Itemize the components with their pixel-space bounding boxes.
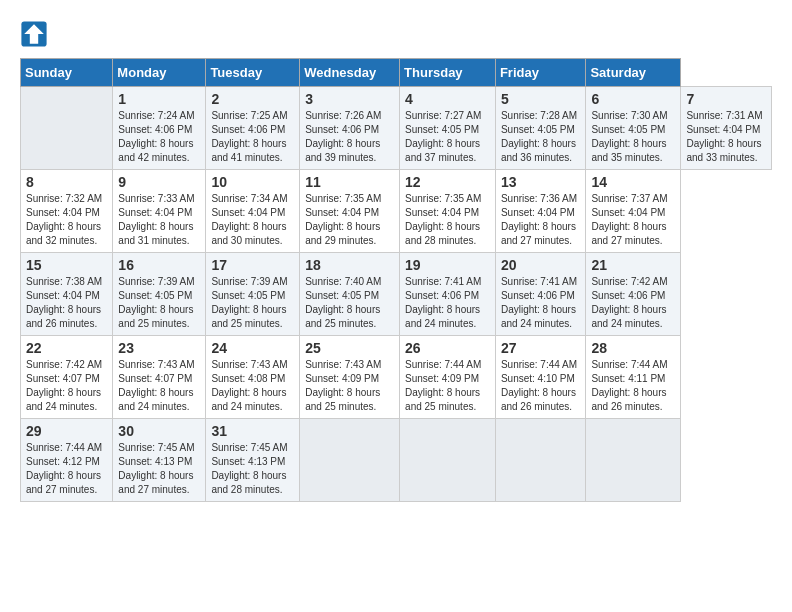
day-info: Sunrise: 7:36 AMSunset: 4:04 PMDaylight:… <box>501 192 581 248</box>
day-info: Sunrise: 7:35 AMSunset: 4:04 PMDaylight:… <box>405 192 490 248</box>
day-number: 22 <box>26 340 107 356</box>
day-number: 9 <box>118 174 200 190</box>
day-info: Sunrise: 7:44 AMSunset: 4:10 PMDaylight:… <box>501 358 581 414</box>
day-info: Sunrise: 7:40 AMSunset: 4:05 PMDaylight:… <box>305 275 394 331</box>
calendar-cell: 3Sunrise: 7:26 AMSunset: 4:06 PMDaylight… <box>300 87 400 170</box>
day-info: Sunrise: 7:34 AMSunset: 4:04 PMDaylight:… <box>211 192 294 248</box>
day-header-wednesday: Wednesday <box>300 59 400 87</box>
calendar-cell: 10Sunrise: 7:34 AMSunset: 4:04 PMDayligh… <box>206 170 300 253</box>
day-number: 27 <box>501 340 581 356</box>
calendar-cell: 9Sunrise: 7:33 AMSunset: 4:04 PMDaylight… <box>113 170 206 253</box>
day-info: Sunrise: 7:44 AMSunset: 4:12 PMDaylight:… <box>26 441 107 497</box>
day-number: 16 <box>118 257 200 273</box>
day-number: 8 <box>26 174 107 190</box>
calendar-cell: 6Sunrise: 7:30 AMSunset: 4:05 PMDaylight… <box>586 87 681 170</box>
calendar-cell: 20Sunrise: 7:41 AMSunset: 4:06 PMDayligh… <box>495 253 586 336</box>
day-info: Sunrise: 7:35 AMSunset: 4:04 PMDaylight:… <box>305 192 394 248</box>
calendar-cell <box>300 419 400 502</box>
day-info: Sunrise: 7:33 AMSunset: 4:04 PMDaylight:… <box>118 192 200 248</box>
calendar-cell <box>400 419 496 502</box>
day-info: Sunrise: 7:43 AMSunset: 4:08 PMDaylight:… <box>211 358 294 414</box>
calendar-cell: 1Sunrise: 7:24 AMSunset: 4:06 PMDaylight… <box>113 87 206 170</box>
day-number: 19 <box>405 257 490 273</box>
calendar-week-4: 22Sunrise: 7:42 AMSunset: 4:07 PMDayligh… <box>21 336 772 419</box>
calendar-cell <box>586 419 681 502</box>
day-header-thursday: Thursday <box>400 59 496 87</box>
day-number: 18 <box>305 257 394 273</box>
calendar-header-row: SundayMondayTuesdayWednesdayThursdayFrid… <box>21 59 772 87</box>
calendar-cell: 31Sunrise: 7:45 AMSunset: 4:13 PMDayligh… <box>206 419 300 502</box>
calendar-cell: 25Sunrise: 7:43 AMSunset: 4:09 PMDayligh… <box>300 336 400 419</box>
day-info: Sunrise: 7:43 AMSunset: 4:09 PMDaylight:… <box>305 358 394 414</box>
calendar-cell: 14Sunrise: 7:37 AMSunset: 4:04 PMDayligh… <box>586 170 681 253</box>
day-number: 4 <box>405 91 490 107</box>
logo <box>20 20 52 48</box>
day-number: 17 <box>211 257 294 273</box>
day-info: Sunrise: 7:43 AMSunset: 4:07 PMDaylight:… <box>118 358 200 414</box>
day-number: 2 <box>211 91 294 107</box>
day-number: 21 <box>591 257 675 273</box>
day-number: 25 <box>305 340 394 356</box>
day-number: 11 <box>305 174 394 190</box>
calendar-cell: 18Sunrise: 7:40 AMSunset: 4:05 PMDayligh… <box>300 253 400 336</box>
day-number: 31 <box>211 423 294 439</box>
calendar-cell: 29Sunrise: 7:44 AMSunset: 4:12 PMDayligh… <box>21 419 113 502</box>
day-number: 23 <box>118 340 200 356</box>
calendar-cell: 2Sunrise: 7:25 AMSunset: 4:06 PMDaylight… <box>206 87 300 170</box>
calendar-cell: 16Sunrise: 7:39 AMSunset: 4:05 PMDayligh… <box>113 253 206 336</box>
day-info: Sunrise: 7:39 AMSunset: 4:05 PMDaylight:… <box>211 275 294 331</box>
calendar-cell: 12Sunrise: 7:35 AMSunset: 4:04 PMDayligh… <box>400 170 496 253</box>
day-info: Sunrise: 7:31 AMSunset: 4:04 PMDaylight:… <box>686 109 766 165</box>
day-header-friday: Friday <box>495 59 586 87</box>
calendar-cell: 13Sunrise: 7:36 AMSunset: 4:04 PMDayligh… <box>495 170 586 253</box>
day-number: 29 <box>26 423 107 439</box>
day-number: 12 <box>405 174 490 190</box>
calendar-week-3: 15Sunrise: 7:38 AMSunset: 4:04 PMDayligh… <box>21 253 772 336</box>
calendar-cell: 11Sunrise: 7:35 AMSunset: 4:04 PMDayligh… <box>300 170 400 253</box>
calendar-cell: 28Sunrise: 7:44 AMSunset: 4:11 PMDayligh… <box>586 336 681 419</box>
day-number: 26 <box>405 340 490 356</box>
day-info: Sunrise: 7:37 AMSunset: 4:04 PMDaylight:… <box>591 192 675 248</box>
page-header <box>20 20 772 48</box>
day-number: 6 <box>591 91 675 107</box>
day-header-tuesday: Tuesday <box>206 59 300 87</box>
calendar-cell: 24Sunrise: 7:43 AMSunset: 4:08 PMDayligh… <box>206 336 300 419</box>
day-info: Sunrise: 7:45 AMSunset: 4:13 PMDaylight:… <box>118 441 200 497</box>
calendar-week-1: 1Sunrise: 7:24 AMSunset: 4:06 PMDaylight… <box>21 87 772 170</box>
day-header-saturday: Saturday <box>586 59 681 87</box>
day-header-monday: Monday <box>113 59 206 87</box>
calendar-week-2: 8Sunrise: 7:32 AMSunset: 4:04 PMDaylight… <box>21 170 772 253</box>
day-info: Sunrise: 7:42 AMSunset: 4:06 PMDaylight:… <box>591 275 675 331</box>
day-info: Sunrise: 7:25 AMSunset: 4:06 PMDaylight:… <box>211 109 294 165</box>
day-info: Sunrise: 7:44 AMSunset: 4:09 PMDaylight:… <box>405 358 490 414</box>
day-info: Sunrise: 7:28 AMSunset: 4:05 PMDaylight:… <box>501 109 581 165</box>
day-info: Sunrise: 7:39 AMSunset: 4:05 PMDaylight:… <box>118 275 200 331</box>
day-number: 24 <box>211 340 294 356</box>
calendar-cell: 5Sunrise: 7:28 AMSunset: 4:05 PMDaylight… <box>495 87 586 170</box>
calendar-cell: 22Sunrise: 7:42 AMSunset: 4:07 PMDayligh… <box>21 336 113 419</box>
day-number: 28 <box>591 340 675 356</box>
day-number: 3 <box>305 91 394 107</box>
day-number: 13 <box>501 174 581 190</box>
day-info: Sunrise: 7:38 AMSunset: 4:04 PMDaylight:… <box>26 275 107 331</box>
calendar-table: SundayMondayTuesdayWednesdayThursdayFrid… <box>20 58 772 502</box>
calendar-cell: 8Sunrise: 7:32 AMSunset: 4:04 PMDaylight… <box>21 170 113 253</box>
calendar-cell: 30Sunrise: 7:45 AMSunset: 4:13 PMDayligh… <box>113 419 206 502</box>
day-info: Sunrise: 7:41 AMSunset: 4:06 PMDaylight:… <box>405 275 490 331</box>
calendar-cell: 17Sunrise: 7:39 AMSunset: 4:05 PMDayligh… <box>206 253 300 336</box>
calendar-cell: 21Sunrise: 7:42 AMSunset: 4:06 PMDayligh… <box>586 253 681 336</box>
calendar-body: 1Sunrise: 7:24 AMSunset: 4:06 PMDaylight… <box>21 87 772 502</box>
calendar-cell: 4Sunrise: 7:27 AMSunset: 4:05 PMDaylight… <box>400 87 496 170</box>
logo-icon <box>20 20 48 48</box>
day-number: 7 <box>686 91 766 107</box>
day-number: 1 <box>118 91 200 107</box>
calendar-cell: 15Sunrise: 7:38 AMSunset: 4:04 PMDayligh… <box>21 253 113 336</box>
day-info: Sunrise: 7:45 AMSunset: 4:13 PMDaylight:… <box>211 441 294 497</box>
day-info: Sunrise: 7:27 AMSunset: 4:05 PMDaylight:… <box>405 109 490 165</box>
day-number: 14 <box>591 174 675 190</box>
day-number: 30 <box>118 423 200 439</box>
calendar-cell: 19Sunrise: 7:41 AMSunset: 4:06 PMDayligh… <box>400 253 496 336</box>
calendar-cell <box>21 87 113 170</box>
calendar-cell: 7Sunrise: 7:31 AMSunset: 4:04 PMDaylight… <box>681 87 772 170</box>
day-number: 5 <box>501 91 581 107</box>
